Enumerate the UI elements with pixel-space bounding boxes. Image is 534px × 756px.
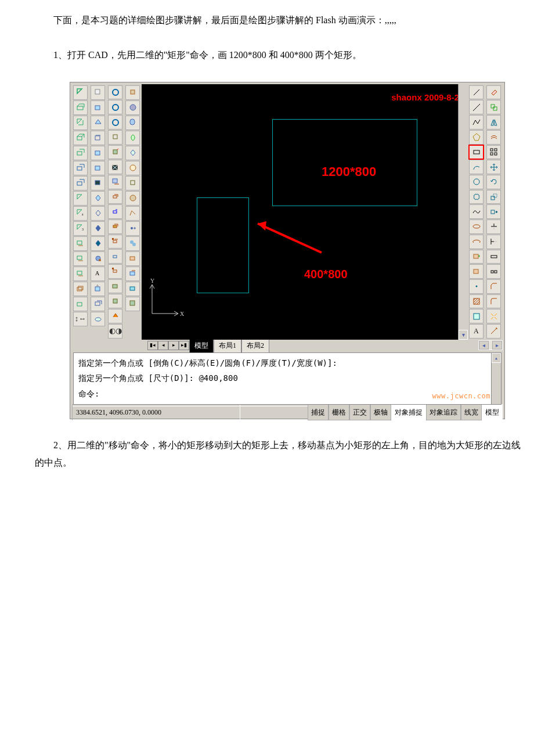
polar-toggle[interactable]: 极轴	[370, 404, 391, 421]
tool-l3-14[interactable]	[108, 279, 122, 294]
ellipse-arc-tool[interactable]	[469, 235, 484, 249]
scrollbar-vertical[interactable]: ▾	[458, 84, 468, 340]
erase-tool[interactable]	[486, 85, 501, 100]
tool-l1-12[interactable]	[73, 251, 88, 266]
scroll-down-icon[interactable]: ▾	[459, 330, 468, 340]
copy-tool[interactable]	[486, 100, 501, 114]
tool-l2-13[interactable]: A	[91, 267, 105, 281]
tool-l2-1[interactable]	[91, 85, 105, 100]
pline-tool[interactable]	[469, 115, 484, 129]
command-line[interactable]: 指定第一个角点或 [倒角(C)/标高(E)/圆角(F)/厚度(T)/宽度(W)]…	[73, 352, 501, 405]
tool-l3-10[interactable]	[108, 219, 122, 234]
tool-l4-15[interactable]	[125, 297, 140, 311]
point-tool[interactable]	[469, 279, 484, 294]
extend-tool[interactable]	[486, 235, 501, 249]
break-tool[interactable]	[486, 250, 501, 264]
array-tool[interactable]	[486, 145, 501, 160]
tool-l2-9[interactable]	[91, 206, 105, 221]
tool-l1-10[interactable]: 3	[73, 221, 88, 236]
tool-l3-4[interactable]	[108, 130, 122, 145]
tool-l3-7[interactable]	[108, 175, 122, 189]
tool-l4-7[interactable]	[125, 176, 140, 190]
region-tool[interactable]	[469, 309, 484, 323]
tool-l3-6[interactable]	[108, 160, 122, 174]
tool-l2-16[interactable]	[91, 312, 105, 326]
tool-l4-14[interactable]	[125, 282, 140, 296]
tool-l3-11[interactable]	[108, 235, 122, 249]
tab-next-icon[interactable]: ▸	[168, 341, 179, 350]
scale-tool[interactable]	[486, 190, 501, 204]
osnap-toggle[interactable]: 对象捕捉	[391, 404, 426, 421]
tool-l2-3[interactable]	[91, 116, 105, 130]
offset-tool[interactable]	[486, 130, 501, 145]
spline-tool[interactable]	[469, 204, 484, 219]
tool-l3-8[interactable]	[108, 190, 122, 204]
tool-l1-13[interactable]	[73, 267, 88, 281]
lwt-toggle[interactable]: 线宽	[461, 404, 482, 421]
text-tool[interactable]: A	[469, 324, 484, 339]
tool-l1-15[interactable]	[73, 297, 88, 311]
tool-l1-3[interactable]	[73, 116, 88, 130]
tool-l3-16[interactable]	[108, 309, 122, 323]
scroll-left-icon[interactable]: ◂	[479, 341, 489, 350]
ellipse-tool[interactable]	[469, 219, 484, 234]
tool-l2-2[interactable]	[91, 100, 105, 115]
arc-tool[interactable]	[469, 160, 484, 174]
trim-tool[interactable]	[486, 219, 501, 234]
tab-first-icon[interactable]: ▮◂	[147, 341, 158, 350]
tab-layout1[interactable]: 布局1	[214, 338, 241, 353]
tool-l2-8[interactable]	[91, 191, 105, 206]
tool-l3-1[interactable]	[108, 85, 122, 100]
otrack-toggle[interactable]: 对象追踪	[426, 404, 461, 421]
cmd-scroll-up-icon[interactable]: ▴	[492, 353, 501, 363]
tool-l1-4[interactable]	[73, 131, 88, 145]
tool-l4-12[interactable]	[125, 251, 140, 266]
move-tool[interactable]	[486, 160, 501, 174]
tab-last-icon[interactable]: ▸▮	[179, 341, 189, 350]
circle-tool[interactable]	[469, 175, 484, 189]
tool-l1-6[interactable]	[73, 161, 88, 175]
tool-l4-4[interactable]	[125, 131, 140, 145]
tool-l1-8[interactable]	[73, 191, 88, 206]
break2-tool[interactable]	[486, 264, 501, 279]
stretch-tool[interactable]	[486, 204, 501, 219]
tool-l2-7[interactable]	[91, 176, 105, 190]
tool-l1-2[interactable]	[73, 100, 88, 115]
tool-l4-8[interactable]	[125, 191, 140, 206]
tool-l3-3[interactable]	[108, 115, 122, 129]
tool-l3-5[interactable]	[108, 145, 122, 160]
tool-l1-14[interactable]	[73, 282, 88, 296]
tool-l4-6[interactable]	[125, 161, 140, 175]
tool-l4-9[interactable]	[125, 206, 140, 221]
tab-model[interactable]: 模型	[189, 338, 214, 353]
mirror-tool[interactable]	[486, 115, 501, 129]
tool-l2-5[interactable]	[91, 146, 105, 160]
fillet-tool[interactable]	[486, 294, 501, 309]
tool-l3-15[interactable]	[108, 294, 122, 308]
tool-l4-10[interactable]	[125, 221, 140, 236]
tab-prev-icon[interactable]: ◂	[158, 341, 168, 350]
tool-l1-7[interactable]	[73, 176, 88, 190]
tool-l2-15[interactable]	[91, 297, 105, 311]
tool-l3-17[interactable]: ◐◑	[108, 324, 122, 339]
snap-toggle[interactable]: 捕捉	[308, 404, 329, 421]
tool-l2-6[interactable]	[91, 161, 105, 175]
make-block-tool[interactable]	[469, 264, 484, 279]
hatch-tool[interactable]	[469, 294, 484, 309]
tool-l1-16[interactable]: ↕↔	[73, 312, 88, 326]
tool-l4-1[interactable]	[125, 85, 140, 100]
cmd-scrollbar[interactable]: ▴	[491, 353, 501, 404]
grid-toggle[interactable]: 栅格	[329, 404, 349, 421]
tool-l1-9[interactable]: z	[73, 206, 88, 221]
tool-l4-13[interactable]	[125, 267, 140, 281]
ortho-toggle[interactable]: 正交	[349, 404, 370, 421]
tool-l4-11[interactable]	[125, 236, 140, 251]
model-toggle[interactable]: 模型	[482, 404, 503, 421]
explode-tool[interactable]	[486, 309, 501, 323]
tool-l3-9[interactable]	[108, 204, 122, 219]
tool-l2-4[interactable]	[91, 131, 105, 145]
tool-l1-11[interactable]	[73, 236, 88, 251]
tool-l4-2[interactable]	[125, 100, 140, 115]
tool-l4-5[interactable]	[125, 146, 140, 160]
tool-l3-12[interactable]	[108, 249, 122, 264]
